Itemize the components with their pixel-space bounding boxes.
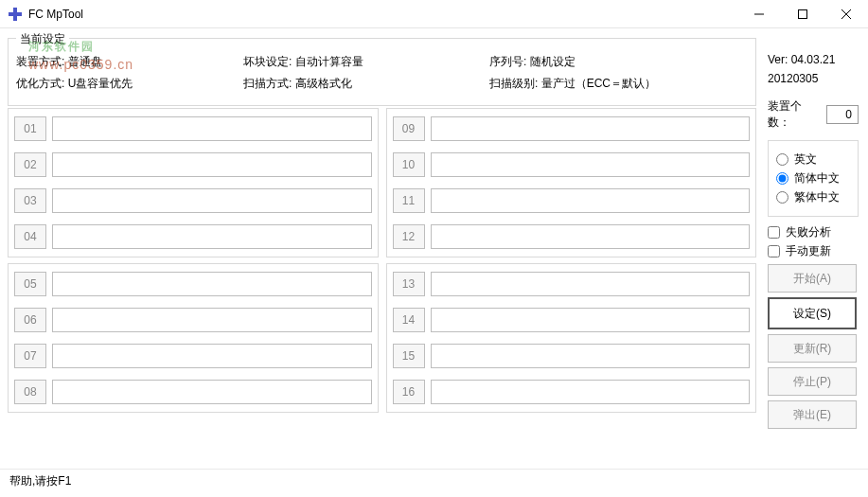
language-group: 英文 简体中文 繁体中文 bbox=[768, 140, 859, 217]
lang-tw-radio[interactable]: 繁体中文 bbox=[776, 189, 850, 205]
slot-num: 04 bbox=[14, 224, 46, 249]
slot-field-16[interactable] bbox=[431, 380, 751, 404]
slot-field-06[interactable] bbox=[52, 308, 372, 332]
slot-group-3: 09 10 11 12 bbox=[386, 108, 757, 257]
slot-num: 13 bbox=[393, 272, 425, 296]
slot-num: 10 bbox=[393, 152, 425, 177]
slot-num: 16 bbox=[393, 380, 425, 404]
device-count-label: 装置个数： bbox=[768, 98, 821, 131]
titlebar: FC MpTool bbox=[0, 0, 868, 28]
slot-num: 05 bbox=[14, 272, 46, 296]
slot-num: 14 bbox=[393, 308, 425, 332]
slot-field-07[interactable] bbox=[52, 344, 372, 368]
date-label: 20120305 bbox=[768, 72, 859, 85]
fail-analysis-checkbox[interactable]: 失败分析 bbox=[768, 224, 859, 240]
start-button[interactable]: 开始(A) bbox=[768, 264, 857, 293]
scan-mode-label: 扫描方式: 高级格式化 bbox=[243, 76, 489, 92]
device-mode-label: 装置方式: 普通盘 bbox=[16, 54, 243, 70]
slot-field-13[interactable] bbox=[431, 272, 751, 296]
serial-label: 序列号: 随机设定 bbox=[489, 54, 748, 70]
group-legend: 当前设定 bbox=[16, 31, 69, 47]
scan-level-label: 扫描级别: 量产过（ECC＝默认） bbox=[489, 76, 748, 92]
slot-field-08[interactable] bbox=[52, 380, 372, 404]
slot-num: 07 bbox=[14, 344, 46, 368]
device-count-value: 0 bbox=[826, 105, 859, 124]
optimize-label: 优化方式: U盘容量优先 bbox=[16, 76, 243, 92]
slot-num: 06 bbox=[14, 308, 46, 332]
stop-button[interactable]: 停止(P) bbox=[768, 367, 857, 396]
settings-button[interactable]: 设定(S) bbox=[768, 297, 857, 329]
close-button[interactable] bbox=[824, 0, 868, 28]
slot-group-4: 13 14 15 16 bbox=[386, 263, 757, 413]
slot-num: 15 bbox=[393, 344, 425, 368]
slot-field-12[interactable] bbox=[431, 224, 751, 249]
slot-num: 08 bbox=[14, 380, 46, 404]
slot-field-10[interactable] bbox=[431, 152, 751, 177]
current-settings-group: 当前设定 装置方式: 普通盘 坏块设定: 自动计算容量 序列号: 随机设定 优化… bbox=[8, 38, 756, 106]
slot-field-05[interactable] bbox=[52, 272, 372, 296]
slot-field-02[interactable] bbox=[52, 152, 372, 177]
slot-field-14[interactable] bbox=[431, 308, 751, 332]
slot-field-04[interactable] bbox=[52, 224, 372, 249]
window-title: FC MpTool bbox=[28, 8, 737, 21]
update-button[interactable]: 更新(R) bbox=[768, 334, 857, 363]
slot-num: 11 bbox=[393, 188, 425, 213]
svg-rect-3 bbox=[799, 9, 807, 18]
slot-num: 02 bbox=[14, 152, 46, 177]
slot-num: 12 bbox=[393, 224, 425, 249]
badblock-label: 坏块设定: 自动计算容量 bbox=[243, 54, 489, 70]
slot-field-15[interactable] bbox=[431, 344, 751, 368]
slot-field-09[interactable] bbox=[431, 116, 751, 141]
status-bar: 帮助,请按F1 bbox=[0, 470, 868, 493]
slot-num: 01 bbox=[14, 116, 46, 141]
svg-rect-1 bbox=[13, 8, 17, 21]
slot-field-01[interactable] bbox=[52, 116, 372, 141]
version-label: Ver: 04.03.21 bbox=[768, 53, 859, 66]
slot-field-03[interactable] bbox=[52, 188, 372, 213]
app-icon bbox=[8, 7, 23, 22]
minimize-button[interactable] bbox=[737, 0, 781, 28]
slot-group-1: 01 02 03 04 bbox=[8, 108, 379, 257]
slot-num: 03 bbox=[14, 188, 46, 213]
slot-num: 09 bbox=[393, 116, 425, 141]
eject-button[interactable]: 弹出(E) bbox=[768, 400, 857, 429]
slot-field-11[interactable] bbox=[431, 188, 751, 213]
slot-group-2: 05 06 07 08 bbox=[8, 263, 379, 413]
maximize-button[interactable] bbox=[781, 0, 824, 28]
lang-en-radio[interactable]: 英文 bbox=[776, 151, 850, 168]
lang-cn-radio[interactable]: 简体中文 bbox=[776, 170, 850, 186]
manual-update-checkbox[interactable]: 手动更新 bbox=[768, 243, 859, 259]
